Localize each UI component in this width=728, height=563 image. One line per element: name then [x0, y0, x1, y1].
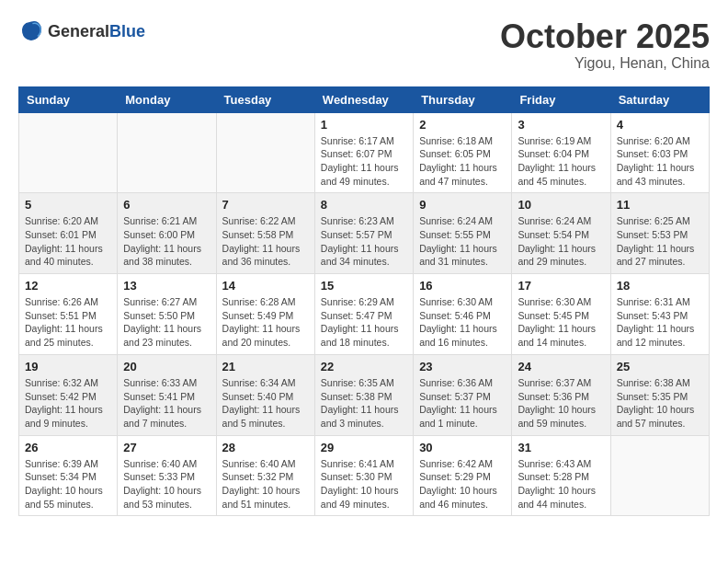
calendar-cell: 14Sunrise: 6:28 AM Sunset: 5:49 PM Dayli…	[216, 274, 314, 355]
day-info: Sunrise: 6:40 AM Sunset: 5:32 PM Dayligh…	[222, 457, 309, 511]
day-info: Sunrise: 6:43 AM Sunset: 5:28 PM Dayligh…	[518, 457, 604, 511]
calendar-cell: 17Sunrise: 6:30 AM Sunset: 5:45 PM Dayli…	[512, 274, 610, 355]
weekday-header-thursday: Thursday	[414, 86, 512, 112]
calendar-cell: 20Sunrise: 6:33 AM Sunset: 5:41 PM Dayli…	[118, 354, 216, 435]
day-number: 1	[321, 118, 407, 132]
calendar-cell: 27Sunrise: 6:40 AM Sunset: 5:33 PM Dayli…	[118, 435, 216, 516]
weekday-header-saturday: Saturday	[610, 86, 709, 112]
day-info: Sunrise: 6:35 AM Sunset: 5:38 PM Dayligh…	[321, 376, 407, 431]
day-number: 20	[123, 360, 210, 373]
day-info: Sunrise: 6:23 AM Sunset: 5:57 PM Dayligh…	[321, 214, 407, 269]
day-number: 27	[123, 441, 210, 454]
calendar-cell: 5Sunrise: 6:20 AM Sunset: 6:01 PM Daylig…	[19, 193, 118, 274]
calendar-cell: 12Sunrise: 6:26 AM Sunset: 5:51 PM Dayli…	[19, 274, 118, 355]
day-number: 6	[123, 198, 210, 212]
calendar-cell: 26Sunrise: 6:39 AM Sunset: 5:34 PM Dayli…	[19, 435, 118, 516]
day-info: Sunrise: 6:29 AM Sunset: 5:47 PM Dayligh…	[321, 295, 407, 350]
day-number: 16	[419, 279, 506, 293]
day-number: 31	[518, 441, 604, 454]
calendar-cell: 28Sunrise: 6:40 AM Sunset: 5:32 PM Dayli…	[216, 435, 314, 516]
calendar-cell: 9Sunrise: 6:24 AM Sunset: 5:55 PM Daylig…	[414, 193, 512, 274]
day-info: Sunrise: 6:20 AM Sunset: 6:03 PM Dayligh…	[617, 134, 703, 189]
calendar-cell: 6Sunrise: 6:21 AM Sunset: 6:00 PM Daylig…	[118, 193, 216, 274]
calendar-cell: 30Sunrise: 6:42 AM Sunset: 5:29 PM Dayli…	[414, 435, 512, 516]
day-info: Sunrise: 6:28 AM Sunset: 5:49 PM Dayligh…	[222, 295, 309, 350]
calendar-cell: 3Sunrise: 6:19 AM Sunset: 6:04 PM Daylig…	[512, 112, 610, 193]
weekday-header-monday: Monday	[118, 86, 216, 112]
calendar-cell: 8Sunrise: 6:23 AM Sunset: 5:57 PM Daylig…	[314, 193, 413, 274]
weekday-header-tuesday: Tuesday	[216, 86, 314, 112]
day-info: Sunrise: 6:40 AM Sunset: 5:33 PM Dayligh…	[123, 457, 210, 511]
calendar-cell: 31Sunrise: 6:43 AM Sunset: 5:28 PM Dayli…	[512, 435, 610, 516]
day-info: Sunrise: 6:31 AM Sunset: 5:43 PM Dayligh…	[617, 295, 703, 350]
day-number: 3	[518, 118, 604, 132]
calendar-cell: 29Sunrise: 6:41 AM Sunset: 5:30 PM Dayli…	[314, 435, 413, 516]
day-number: 8	[321, 198, 407, 212]
calendar-table: SundayMondayTuesdayWednesdayThursdayFrid…	[18, 86, 710, 517]
day-number: 30	[419, 441, 506, 454]
weekday-header-row: SundayMondayTuesdayWednesdayThursdayFrid…	[19, 86, 710, 112]
day-info: Sunrise: 6:19 AM Sunset: 6:04 PM Dayligh…	[518, 134, 604, 189]
day-info: Sunrise: 6:20 AM Sunset: 6:01 PM Dayligh…	[25, 214, 111, 269]
calendar-cell: 24Sunrise: 6:37 AM Sunset: 5:36 PM Dayli…	[512, 354, 610, 435]
calendar-cell: 2Sunrise: 6:18 AM Sunset: 6:05 PM Daylig…	[414, 112, 512, 193]
day-number: 17	[518, 279, 604, 293]
day-number: 15	[321, 279, 407, 293]
weekday-header-wednesday: Wednesday	[314, 86, 413, 112]
day-info: Sunrise: 6:26 AM Sunset: 5:51 PM Dayligh…	[25, 295, 111, 350]
day-number: 25	[617, 360, 703, 373]
calendar-cell	[610, 435, 709, 516]
calendar-cell	[118, 112, 216, 193]
calendar-week-row: 5Sunrise: 6:20 AM Sunset: 6:01 PM Daylig…	[19, 193, 710, 274]
day-number: 21	[222, 360, 309, 373]
day-number: 18	[617, 279, 703, 293]
calendar-cell: 21Sunrise: 6:34 AM Sunset: 5:40 PM Dayli…	[216, 354, 314, 435]
calendar-cell: 4Sunrise: 6:20 AM Sunset: 6:03 PM Daylig…	[610, 112, 709, 193]
day-info: Sunrise: 6:41 AM Sunset: 5:30 PM Dayligh…	[321, 457, 407, 511]
calendar-cell	[216, 112, 314, 193]
calendar-cell: 7Sunrise: 6:22 AM Sunset: 5:58 PM Daylig…	[216, 193, 314, 274]
day-number: 9	[419, 198, 506, 212]
day-info: Sunrise: 6:32 AM Sunset: 5:42 PM Dayligh…	[25, 376, 111, 431]
title-block: October 2025 Yigou, Henan, China	[500, 18, 710, 72]
day-number: 11	[617, 198, 703, 212]
day-info: Sunrise: 6:42 AM Sunset: 5:29 PM Dayligh…	[419, 457, 506, 511]
calendar-cell: 25Sunrise: 6:38 AM Sunset: 5:35 PM Dayli…	[610, 354, 709, 435]
calendar-week-row: 1Sunrise: 6:17 AM Sunset: 6:07 PM Daylig…	[19, 112, 710, 193]
calendar-cell: 13Sunrise: 6:27 AM Sunset: 5:50 PM Dayli…	[118, 274, 216, 355]
calendar-cell: 19Sunrise: 6:32 AM Sunset: 5:42 PM Dayli…	[19, 354, 118, 435]
day-info: Sunrise: 6:22 AM Sunset: 5:58 PM Dayligh…	[222, 214, 309, 269]
day-info: Sunrise: 6:37 AM Sunset: 5:36 PM Dayligh…	[518, 376, 604, 431]
day-info: Sunrise: 6:24 AM Sunset: 5:54 PM Dayligh…	[518, 214, 604, 269]
day-number: 13	[123, 279, 210, 293]
day-info: Sunrise: 6:36 AM Sunset: 5:37 PM Dayligh…	[419, 376, 506, 431]
calendar-cell: 15Sunrise: 6:29 AM Sunset: 5:47 PM Dayli…	[314, 274, 413, 355]
calendar-week-row: 26Sunrise: 6:39 AM Sunset: 5:34 PM Dayli…	[19, 435, 710, 516]
day-number: 14	[222, 279, 309, 293]
day-number: 23	[419, 360, 506, 373]
logo-icon	[18, 18, 44, 44]
day-number: 19	[25, 360, 111, 373]
day-number: 29	[321, 441, 407, 454]
calendar-week-row: 12Sunrise: 6:26 AM Sunset: 5:51 PM Dayli…	[19, 274, 710, 355]
calendar-cell: 11Sunrise: 6:25 AM Sunset: 5:53 PM Dayli…	[610, 193, 709, 274]
day-info: Sunrise: 6:27 AM Sunset: 5:50 PM Dayligh…	[123, 295, 210, 350]
calendar-cell	[19, 112, 118, 193]
day-number: 12	[25, 279, 111, 293]
calendar-cell: 16Sunrise: 6:30 AM Sunset: 5:46 PM Dayli…	[414, 274, 512, 355]
calendar-cell: 18Sunrise: 6:31 AM Sunset: 5:43 PM Dayli…	[610, 274, 709, 355]
calendar-cell: 10Sunrise: 6:24 AM Sunset: 5:54 PM Dayli…	[512, 193, 610, 274]
day-number: 10	[518, 198, 604, 212]
day-number: 5	[25, 198, 111, 212]
month-title: October 2025	[500, 18, 710, 55]
day-number: 26	[25, 441, 111, 454]
day-number: 4	[617, 118, 703, 132]
calendar-cell: 1Sunrise: 6:17 AM Sunset: 6:07 PM Daylig…	[314, 112, 413, 193]
day-info: Sunrise: 6:39 AM Sunset: 5:34 PM Dayligh…	[25, 457, 111, 511]
calendar-cell: 22Sunrise: 6:35 AM Sunset: 5:38 PM Dayli…	[314, 354, 413, 435]
logo: GeneralBlue	[18, 18, 145, 44]
logo-text: GeneralBlue	[48, 22, 145, 41]
day-info: Sunrise: 6:30 AM Sunset: 5:46 PM Dayligh…	[419, 295, 506, 350]
day-info: Sunrise: 6:34 AM Sunset: 5:40 PM Dayligh…	[222, 376, 309, 431]
logo-blue: Blue	[109, 22, 145, 40]
